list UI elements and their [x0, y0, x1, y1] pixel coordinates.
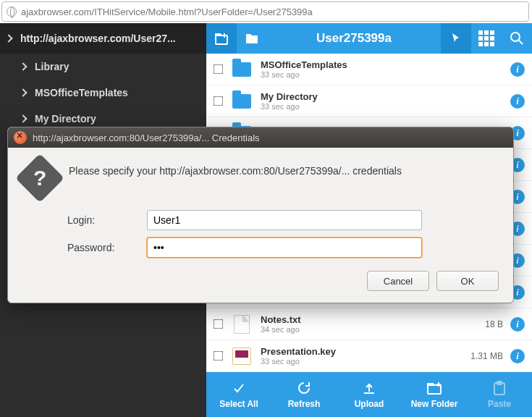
file-row[interactable]: Notes.txt34 sec ago18 Bi: [206, 308, 532, 340]
top-toolbar: User275399a: [206, 23, 532, 54]
file-time: 33 sec ago: [261, 102, 460, 111]
bottom-toolbar: Select All Refresh Upload New Folder Pas…: [206, 372, 532, 417]
new-folder-icon: [426, 380, 442, 396]
refresh-button[interactable]: Refresh: [271, 372, 337, 417]
file-name: Notes.txt: [261, 314, 460, 325]
ok-button[interactable]: OK: [436, 271, 499, 291]
open-folder-button[interactable]: [237, 23, 267, 54]
file-name: My Directory: [261, 91, 460, 102]
select-all-button[interactable]: Select All: [206, 372, 271, 417]
chevron-right-icon: [19, 88, 27, 96]
upload-label: Upload: [355, 399, 384, 409]
password-input[interactable]: [147, 237, 422, 258]
upload-icon: [361, 380, 377, 396]
keynote-icon: [232, 348, 251, 365]
file-name: Presentation.key: [261, 346, 460, 357]
select-mode-button[interactable]: [441, 23, 471, 54]
info-icon[interactable]: i: [510, 349, 525, 363]
topbar-title: User275399a: [267, 31, 441, 46]
dialog-body: ? Please specify your http://ajaxbrowser…: [8, 148, 513, 303]
file-time: 33 sec ago: [261, 357, 460, 366]
info-icon[interactable]: i: [510, 62, 525, 77]
select-all-label: Select All: [219, 399, 258, 409]
file-size: 18 B: [460, 319, 503, 329]
close-icon[interactable]: [14, 131, 27, 144]
upload-button[interactable]: Upload: [337, 372, 402, 417]
new-folder-label: New Folder: [411, 399, 458, 409]
question-icon: ?: [15, 153, 64, 203]
dialog-titlebar[interactable]: http://ajaxbrowser.com:80/User275399a/..…: [8, 127, 513, 148]
cancel-button[interactable]: Cancel: [367, 271, 429, 291]
chevron-right-icon: [19, 62, 27, 70]
sidebar-item[interactable]: Library: [0, 54, 206, 80]
file-time: 34 sec ago: [261, 325, 460, 334]
grid-icon: [478, 30, 494, 46]
credentials-dialog: http://ajaxbrowser.com:80/User275399a/..…: [7, 127, 514, 303]
refresh-label: Refresh: [288, 399, 321, 409]
file-size: 1.31 MB: [460, 351, 503, 361]
login-input[interactable]: [147, 210, 422, 230]
folder-icon: [232, 62, 251, 77]
file-row[interactable]: MSOfficeTemplates33 sec agoi: [206, 54, 532, 85]
sidebar-item-label: Library: [35, 61, 69, 72]
svg-point-1: [511, 33, 520, 41]
file-time: 33 sec ago: [261, 70, 460, 79]
sidebar-item-label: My Directory: [35, 113, 96, 125]
chevron-right-icon: [19, 114, 27, 122]
row-checkbox[interactable]: [214, 319, 224, 329]
new-folder-top-button[interactable]: [206, 23, 237, 54]
info-icon[interactable]: i: [510, 94, 525, 109]
grid-view-button[interactable]: [471, 23, 502, 54]
paste-label: Paste: [488, 399, 511, 409]
folder-icon: [232, 94, 251, 109]
sidebar-item[interactable]: MSOfficeTemplates: [0, 80, 206, 106]
sidebar-item-label: MSOfficeTemplates: [35, 87, 128, 98]
dialog-message: Please specify your http://ajaxbrowser.c…: [69, 161, 402, 177]
info-icon[interactable]: i: [510, 317, 525, 332]
new-folder-button[interactable]: New Folder: [402, 372, 467, 417]
file-row[interactable]: My Directory33 sec agoi: [206, 85, 532, 117]
paste-icon: [491, 380, 507, 396]
search-button[interactable]: [502, 23, 532, 54]
check-icon: [231, 380, 247, 396]
chevron-right-icon: [4, 34, 12, 42]
dialog-title: http://ajaxbrowser.com:80/User275399a/..…: [33, 132, 260, 143]
text-file-icon: [234, 315, 250, 334]
file-name: MSOfficeTemplates: [261, 59, 460, 70]
browser-url-bar[interactable]: ajaxbrowser.com/ITHitService/Mobile.html…: [1, 1, 529, 22]
file-row[interactable]: Presentation.key33 sec ago1.31 MBi: [206, 340, 532, 372]
globe-icon: [7, 7, 17, 17]
row-checkbox[interactable]: [214, 351, 224, 361]
password-label: Password:: [67, 242, 147, 253]
sidebar-head-label: http://ajaxbrowser.com/User27...: [20, 33, 176, 44]
url-text: ajaxbrowser.com/ITHitService/Mobile.html…: [21, 7, 313, 17]
sidebar-breadcrumb[interactable]: http://ajaxbrowser.com/User27...: [0, 23, 206, 54]
login-label: Login:: [67, 214, 147, 226]
refresh-icon: [296, 380, 312, 396]
row-checkbox[interactable]: [214, 64, 224, 75]
row-checkbox[interactable]: [214, 96, 224, 106]
svg-rect-0: [216, 35, 227, 44]
paste-button[interactable]: Paste: [467, 372, 532, 417]
